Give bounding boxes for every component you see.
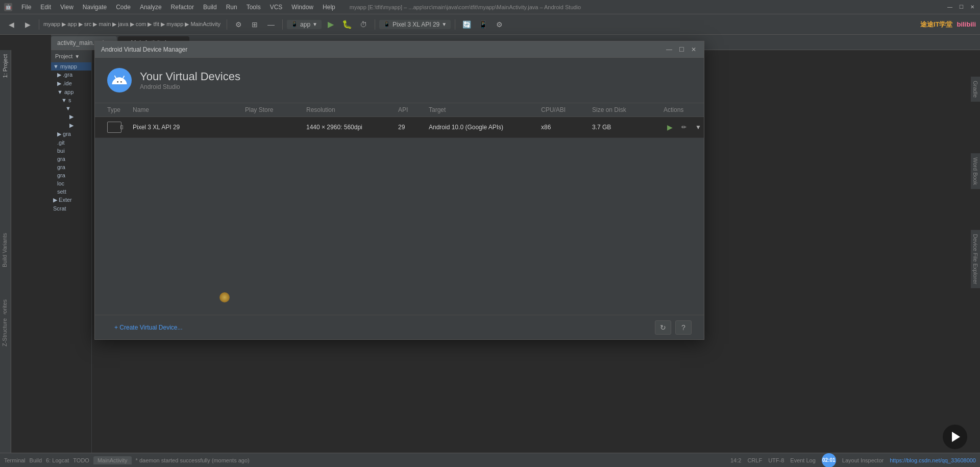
menu-vcs[interactable]: VCS xyxy=(266,3,287,12)
toolbar-sep-1 xyxy=(39,19,39,30)
table-row: Pixel 3 XL API 29 1440 × 2960: 560dpi 29… xyxy=(95,117,704,138)
bottom-tab-main-activity[interactable]: MainActivity xyxy=(93,456,132,464)
tab-structure[interactable]: Z-Structure xyxy=(0,314,9,351)
bottom-tab-terminal[interactable]: Terminal xyxy=(4,457,26,463)
avd-logo xyxy=(107,68,132,92)
tab-project[interactable]: 1: Project xyxy=(0,50,10,82)
url-link[interactable]: https://blog.csdn.net/qq_33608000 xyxy=(890,457,976,463)
menu-run[interactable]: Run xyxy=(222,3,241,12)
tree-gradle-files[interactable]: ▶ gra xyxy=(51,130,91,138)
right-tab-device-file[interactable]: Device File Explorer xyxy=(971,230,980,288)
device-actions: ▶ ✏ ▼ xyxy=(664,121,704,133)
tree-main[interactable]: ▼ xyxy=(51,104,91,112)
avd-button[interactable]: 📱 xyxy=(476,17,490,32)
tree-app[interactable]: ▼ app xyxy=(51,88,91,96)
col-play-store: Play Store xyxy=(245,106,306,113)
tree-external[interactable]: ▶ Exter xyxy=(51,196,91,204)
avd-maximize-button[interactable]: ☐ xyxy=(677,45,685,54)
line-separator: CRLF xyxy=(747,457,762,463)
svg-point-0 xyxy=(117,81,118,83)
tree-gradle2[interactable]: gra xyxy=(51,155,91,163)
help-button[interactable]: ? xyxy=(675,320,692,335)
close-button[interactable]: ✕ xyxy=(969,4,976,11)
tree-local[interactable]: loc xyxy=(51,179,91,188)
settings-button[interactable]: ⚙ xyxy=(231,17,246,32)
event-log[interactable]: Event Log xyxy=(790,457,816,463)
window-title: myapp [E:\tfit\myapp] – ...app\src\main\… xyxy=(350,4,946,10)
forward-button[interactable]: ▶ xyxy=(20,17,35,32)
tree-res[interactable]: ▶ xyxy=(51,121,91,130)
layout-inspector[interactable]: Layout Inspector xyxy=(842,457,884,463)
sdk-button[interactable]: ⚙ xyxy=(492,17,506,32)
toolbar-sep-3 xyxy=(282,19,283,30)
run-button[interactable]: ▶ xyxy=(324,17,338,32)
footer-actions: ↻ ? xyxy=(655,320,692,335)
run-config-selector[interactable]: 📱 app ▼ xyxy=(287,20,322,29)
menu-code[interactable]: Code xyxy=(112,3,135,12)
avd-minimize-button[interactable]: — xyxy=(665,45,673,54)
edit-avd-button[interactable]: ✏ xyxy=(678,121,690,133)
menu-window[interactable]: Window xyxy=(287,3,317,12)
create-virtual-device-button[interactable]: + Create Virtual Device... xyxy=(107,321,190,334)
menu-view[interactable]: View xyxy=(56,3,78,12)
maximize-button[interactable]: ☐ xyxy=(958,4,965,11)
back-button[interactable]: ◀ xyxy=(4,17,18,32)
title-bar-icons: 🤖 xyxy=(4,3,12,11)
project-breadcrumb: myapp ▶ app ▶ src ▶ main ▶ java ▶ com ▶ … xyxy=(43,21,220,28)
right-tab-gradle[interactable]: Gradle xyxy=(971,77,980,102)
avd-close-button[interactable]: ✕ xyxy=(690,45,698,54)
tree-gradle[interactable]: ▶ .gra xyxy=(51,71,91,79)
status-text: * daemon started successfully (moments a… xyxy=(136,457,250,463)
avd-subtitle: Android Studio xyxy=(140,83,240,90)
sync-button[interactable]: 🔄 xyxy=(459,17,474,32)
tree-gradle3[interactable]: gra xyxy=(51,163,91,171)
device-cpu-abi: x86 xyxy=(541,124,592,131)
more-avd-button[interactable]: ▼ xyxy=(692,121,704,133)
play-icon xyxy=(952,432,960,442)
tree-build[interactable]: bui xyxy=(51,147,91,155)
profile-button[interactable]: ⏱ xyxy=(356,17,371,32)
menu-navigate[interactable]: Navigate xyxy=(79,3,111,12)
menu-tools[interactable]: Tools xyxy=(242,3,265,12)
tab-build-variants[interactable]: Build Variants xyxy=(0,229,9,271)
toolbar-sep-4 xyxy=(375,19,375,30)
menu-analyze[interactable]: Analyze xyxy=(136,3,166,12)
col-name: Name xyxy=(133,106,245,113)
title-bar: 🤖 File Edit View Navigate Code Analyze R… xyxy=(0,0,980,14)
menu-build[interactable]: Build xyxy=(199,3,221,12)
brand-text-1: 途途IT学堂 xyxy=(920,20,953,29)
tree-settings[interactable]: sett xyxy=(51,188,91,196)
bottom-tab-build[interactable]: Build xyxy=(30,457,42,463)
phone-icon xyxy=(107,122,121,133)
tree-myapp[interactable]: ▼ myapp xyxy=(51,62,91,71)
tree-gradle4[interactable]: gra xyxy=(51,171,91,179)
bottom-tab-logcat[interactable]: 6: Logcat xyxy=(46,457,69,463)
device-name: Pixel 3 XL API 29 xyxy=(133,124,245,131)
toolbar-sep-5 xyxy=(455,19,455,30)
device-selector[interactable]: 📱 Pixel 3 XL API 29 ▼ xyxy=(379,20,451,29)
menu-help[interactable]: Help xyxy=(318,3,339,12)
avd-title-bar: Android Virtual Device Manager — ☐ ✕ xyxy=(95,41,704,58)
avd-title-text: Android Virtual Device Manager xyxy=(101,46,187,53)
tree-java[interactable]: ▶ xyxy=(51,112,91,121)
menu-edit[interactable]: Edit xyxy=(36,3,55,12)
menu-refactor[interactable]: Refactor xyxy=(167,3,198,12)
run-avd-button[interactable]: ▶ xyxy=(664,121,676,133)
layout-button[interactable]: ⊞ xyxy=(248,17,262,32)
tree-src[interactable]: ▼ s xyxy=(51,96,91,104)
device-type-icon xyxy=(107,122,133,133)
debug-button[interactable]: 🐛 xyxy=(340,17,354,32)
video-play-button[interactable] xyxy=(943,425,967,449)
menu-file[interactable]: File xyxy=(17,3,35,12)
more-button[interactable]: — xyxy=(264,17,278,32)
brand-text-2: bilibili xyxy=(957,20,976,28)
bottom-bar: Terminal Build 6: Logcat TODO MainActivi… xyxy=(0,453,980,467)
right-tab-word-book[interactable]: Word Book xyxy=(971,153,980,189)
tree-idea[interactable]: ▶ .ide xyxy=(51,79,91,88)
tree-scratches[interactable]: Scrat xyxy=(51,204,91,213)
encoding: UTF-8 xyxy=(768,457,784,463)
bottom-tab-todo[interactable]: TODO xyxy=(73,457,89,463)
minimize-button[interactable]: — xyxy=(946,4,953,11)
tree-git[interactable]: .git xyxy=(51,138,91,147)
refresh-button[interactable]: ↻ xyxy=(655,320,671,335)
